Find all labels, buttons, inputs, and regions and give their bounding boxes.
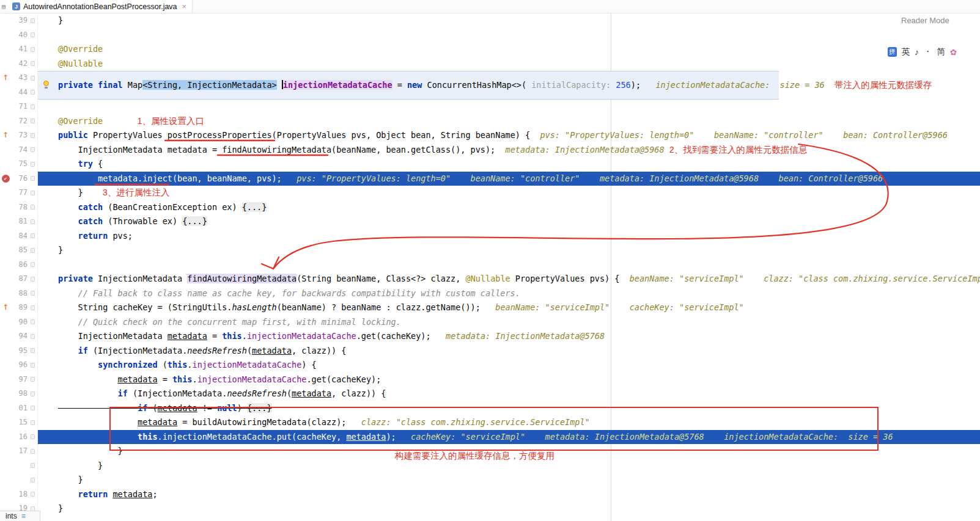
code-token: } [58,503,63,513]
code-line[interactable]: 77 } 3、进行属性注入 [0,186,980,200]
gutter[interactable] [0,459,38,473]
gutter-space [0,229,11,244]
code-line[interactable]: 72@Override 1、属性设置入口 [0,114,980,129]
code-line[interactable]: 98 if (InjectionMetadata.needsRefresh(me… [0,387,980,401]
gutter[interactable]: 39 [0,13,38,28]
code-line[interactable]: 86 [0,258,980,272]
gutter[interactable] [0,473,38,487]
ime-icon[interactable]: ・ [924,46,932,57]
code-token: {...} [182,216,207,226]
code-token: metadata [168,331,207,341]
gutter[interactable]: 17 [0,444,38,459]
code-line[interactable]: ↑73public PropertyValues postProcessProp… [0,128,980,143]
code-line[interactable]: 94 InjectionMetadata metadata = this.inj… [0,329,980,344]
code-token: = [158,374,172,384]
bottom-left-toolwindow[interactable]: ints ≡ [0,511,40,521]
gutter[interactable]: 72 [0,114,38,129]
gutter[interactable]: 74 [0,143,38,158]
gutter[interactable]: 90 [0,315,38,330]
debugger-inline-value: pvs: "PropertyValues: length=0" beanName… [282,173,883,183]
gutter[interactable]: ✔76 [0,172,38,186]
gutter[interactable]: 18 [0,487,38,502]
debugger-inline-value: metadata: InjectionMetadata@5768 [431,331,605,341]
gutter[interactable]: 95 [0,344,38,359]
override-gutter-icon[interactable]: ↑ [0,128,11,143]
code-line[interactable]: ↑89 String cacheKey = (StringUtils.hasLe… [0,301,980,315]
code-text: try { [38,157,980,172]
gutter[interactable]: 42 [0,57,38,71]
gutter[interactable]: 16 [0,430,38,445]
code-line[interactable]: 74 InjectionMetadata metadata = findAuto… [0,143,980,158]
code-line[interactable]: 71 [0,100,980,114]
field-declaration-line[interactable]: ↑4344private final Map<String, Injection… [0,71,980,100]
code-line[interactable]: 95 if (InjectionMetadata.needsRefresh(me… [0,344,980,359]
gutter[interactable]: 88 [0,286,38,301]
code-token: injectionMetadataCache [283,80,392,90]
code-line[interactable]: 15 metadata = buildAutowiringMetadata(cl… [0,415,980,430]
intention-bulb-icon[interactable] [43,81,49,86]
code-line[interactable]: 81 catch (Throwable ex) {...} [0,214,980,229]
gutter[interactable]: 77 [0,186,38,200]
ime-icon[interactable]: 英 [902,46,910,57]
code-editor[interactable]: 39}4041@Override42@Nullable↑4344private … [0,13,980,516]
ime-icon[interactable]: 简 [937,46,945,57]
gutter[interactable]: 98 [0,387,38,401]
code-line[interactable]: 88 // Fall back to class name as cache k… [0,286,980,301]
code-token: @Nullable [58,59,103,68]
close-tab-icon[interactable]: × [182,2,187,11]
gutter[interactable]: ↑4344 [0,71,38,100]
override-gutter-icon[interactable]: ↑ [0,71,11,86]
code-line[interactable]: 78 catch (BeanCreationException ex) {...… [0,200,980,215]
gutter-marker-icon [31,420,35,425]
gutter[interactable]: 15 [0,415,38,430]
ime-icon[interactable]: ♪ [915,48,919,57]
gutter[interactable]: 01 [0,401,38,416]
code-line[interactable]: 39} [0,13,980,28]
gutter-space [0,143,11,158]
code-line[interactable]: 18 return metadata; [0,487,980,502]
code-line[interactable]: 19} [0,501,980,516]
gutter[interactable]: 40 [0,28,38,43]
gutter[interactable]: ↑89 [0,301,38,315]
code-token: metadata [118,374,158,384]
toolwindow-label: ints [6,512,17,520]
code-line[interactable]: 90 // Quick check on the concurrent map … [0,315,980,330]
editor-tab-bar: ▤ J AutowiredAnnotationBeanPostProcessor… [0,0,980,13]
breakpoint-verified-icon[interactable]: ✔ [0,172,11,186]
gutter[interactable]: ↑73 [0,128,38,143]
gutter[interactable]: 94 [0,329,38,344]
code-line[interactable]: 41@Override [0,42,980,57]
gutter[interactable]: 81 [0,214,38,229]
override-gutter-icon[interactable]: ↑ [0,301,11,315]
ime-icon[interactable]: ✿ [950,47,957,57]
code-line[interactable]: 97 metadata = this.injectionMetadataCach… [0,373,980,387]
code-line[interactable]: 42@Nullable [0,57,980,71]
code-line[interactable]: 01 if (metadata != null) {...} [0,401,980,416]
ime-icon[interactable]: 拼 [888,47,897,57]
tab-list-icon[interactable]: ▤ [2,3,6,10]
code-line[interactable]: 85} [0,243,980,258]
execution-line[interactable]: ✔76 metadata.inject(bean, beanName, pvs)… [0,172,980,186]
gutter[interactable]: 41 [0,42,38,57]
gutter[interactable]: 87 [0,272,38,286]
code-line[interactable]: } [0,473,980,487]
code-text: @Override [38,42,980,57]
gutter[interactable]: 85 [0,243,38,258]
editor-tab[interactable]: J AutowiredAnnotationBeanPostProcessor.j… [7,0,193,13]
gutter[interactable]: 84 [0,229,38,244]
code-line[interactable]: 75 try { [0,157,980,172]
line-number: 71 [11,100,31,114]
gutter[interactable]: 97 [0,373,38,387]
gutter[interactable]: 86 [0,258,38,272]
gutter[interactable]: 71 [0,100,38,114]
code-line[interactable]: 84 return pvs; [0,229,980,244]
code-line[interactable]: 87private InjectionMetadata findAutowiri… [0,272,980,286]
gutter[interactable]: 78 [0,200,38,215]
code-line[interactable]: 96 synchronized (this.injectionMetadataC… [0,358,980,373]
gutter[interactable]: 75 [0,157,38,172]
code-line[interactable]: 40 [0,28,980,43]
code-token: != [197,403,218,413]
reader-mode-indicator[interactable]: Reader Mode [901,16,949,25]
execution-line[interactable]: 16 this.injectionMetadataCache.put(cache… [0,430,980,445]
gutter[interactable]: 96 [0,358,38,373]
